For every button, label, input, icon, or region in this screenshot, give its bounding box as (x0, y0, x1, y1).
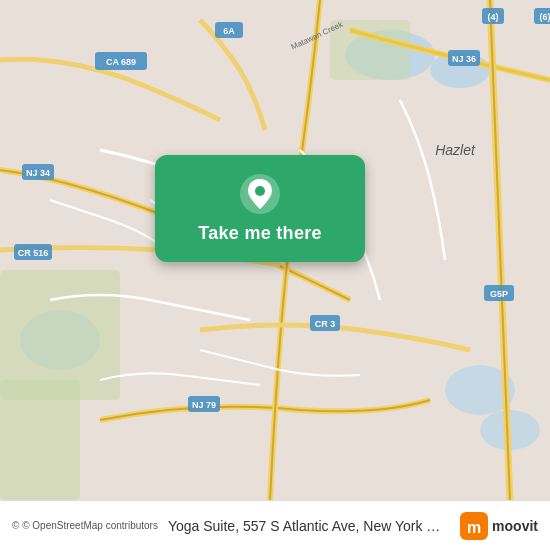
moovit-text: moovit (492, 518, 538, 534)
svg-text:NJ 79: NJ 79 (192, 400, 216, 410)
svg-rect-8 (0, 380, 80, 500)
location-name: Yoga Suite, 557 S Atlantic Ave, New York… (168, 518, 450, 534)
svg-text:G5P: G5P (490, 289, 508, 299)
osm-copyright: © © OpenStreetMap contributors (12, 520, 158, 531)
moovit-logo: m moovit (460, 512, 538, 540)
svg-text:(6): (6) (540, 12, 551, 22)
svg-text:NJ 34: NJ 34 (26, 168, 50, 178)
svg-text:(4): (4) (488, 12, 499, 22)
svg-text:m: m (467, 519, 481, 536)
svg-text:CA 689: CA 689 (106, 57, 136, 67)
take-me-there-button[interactable]: Take me there (155, 155, 365, 262)
svg-text:NJ 36: NJ 36 (452, 54, 476, 64)
svg-point-33 (255, 186, 265, 196)
svg-text:Hazlet: Hazlet (435, 142, 476, 158)
moovit-icon: m (460, 512, 488, 540)
svg-text:6A: 6A (223, 26, 235, 36)
svg-text:CR 3: CR 3 (315, 319, 336, 329)
location-pin-icon (239, 173, 281, 215)
svg-text:CR 516: CR 516 (18, 248, 49, 258)
button-label: Take me there (198, 223, 322, 244)
bottom-bar: © © OpenStreetMap contributors Yoga Suit… (0, 500, 550, 550)
copyright-symbol: © (12, 520, 19, 531)
map-container: CA 689 6A NJ 36 NJ 34 CR 516 CR 3 NJ 79 … (0, 0, 550, 500)
